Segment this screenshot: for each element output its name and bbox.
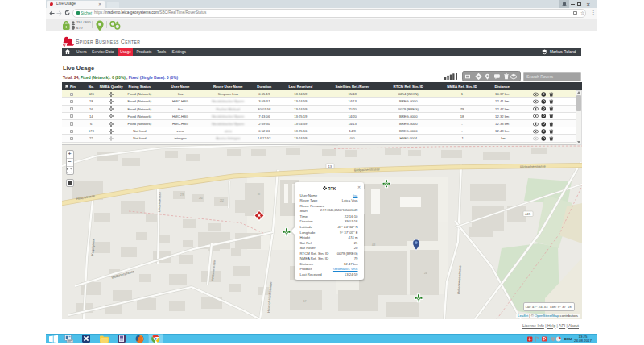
svg-text:292: 292 <box>199 197 203 200</box>
svg-text:Bildgacherstrasse: Bildgacherstrasse <box>520 164 547 168</box>
svg-text:8c: 8c <box>258 193 261 196</box>
svg-text:276: 276 <box>180 193 184 197</box>
svg-text:2a: 2a <box>424 272 427 275</box>
svg-text:17: 17 <box>303 300 307 303</box>
svg-text:13: 13 <box>328 164 332 168</box>
svg-text:252: 252 <box>220 199 224 202</box>
svg-text:4/3: 4/3 <box>372 243 376 247</box>
svg-text:445: 445 <box>525 212 531 216</box>
svg-text:Lindenstrasse: Lindenstrasse <box>157 191 162 212</box>
